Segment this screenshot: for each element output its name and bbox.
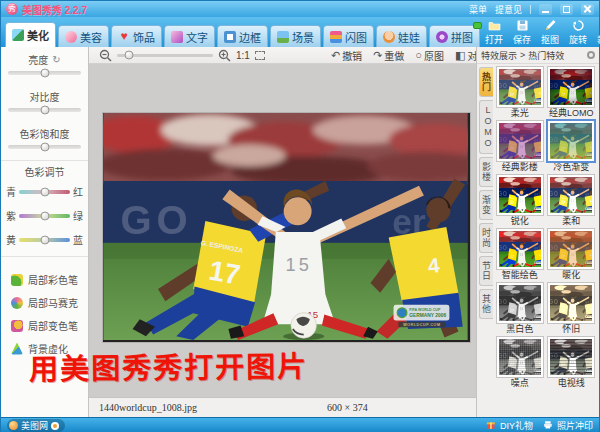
color-slider-handle[interactable] xyxy=(40,235,49,244)
tab-scene[interactable]: 场景 xyxy=(270,25,321,47)
slider-handle[interactable] xyxy=(40,106,49,115)
effect-label: 经典影楼 xyxy=(495,162,545,172)
save-button[interactable]: 保存 xyxy=(508,18,536,47)
printer-link[interactable]: 照片冲印 xyxy=(543,419,593,432)
effect-smart[interactable]: 智能绘色 xyxy=(495,229,545,280)
tab-heart[interactable]: ♥饰品 xyxy=(111,25,162,47)
effect-thumbnail[interactable] xyxy=(548,121,594,161)
zoom-slider-handle[interactable] xyxy=(125,51,134,60)
effect-sepia[interactable]: 怀旧 xyxy=(547,283,597,334)
breadcrumb-root[interactable]: 特效展示 xyxy=(481,49,517,62)
effect-soften[interactable]: 柔和 xyxy=(547,175,597,226)
color-label-left: 紫 xyxy=(6,208,16,223)
redo-button[interactable]: ↷重做 xyxy=(373,48,404,63)
effect-thumbnail[interactable] xyxy=(497,175,543,215)
effect-category-节日[interactable]: 节日 xyxy=(479,256,493,286)
sidebar-tool-label: 局部彩色笔 xyxy=(28,272,78,287)
bottombar-link-label: 照片冲印 xyxy=(557,419,593,432)
effect-thumbnail[interactable] xyxy=(497,229,543,269)
undo-button[interactable]: ↶撤销 xyxy=(331,48,362,63)
mosaic-button[interactable]: 局部马赛克 xyxy=(11,291,88,314)
effect-bw[interactable]: 黑白色 xyxy=(495,283,545,334)
color-label-right: 蓝 xyxy=(73,232,83,247)
feedback-button[interactable]: 提意见 xyxy=(495,3,522,16)
blur-bg-icon xyxy=(11,343,23,355)
blur-bg-button[interactable]: 背景虚化 xyxy=(11,337,88,360)
color-slider-track[interactable] xyxy=(19,238,70,242)
tab-puzzle[interactable]: 拼图 xyxy=(429,25,480,47)
effect-thumbnail[interactable] xyxy=(497,283,543,323)
color-label-left: 青 xyxy=(6,184,16,199)
tab-face[interactable]: 美容 xyxy=(58,25,109,47)
effect-tv[interactable]: 电视线 xyxy=(547,337,597,388)
effect-category-时尚[interactable]: 时尚 xyxy=(479,223,493,253)
color-slider-handle[interactable] xyxy=(40,211,49,220)
tab-beautify[interactable]: 美化 xyxy=(5,22,56,47)
slider-handle[interactable] xyxy=(40,143,49,152)
meitu-xiuxiu-window: 秀 美图秀秀 2.2.7 菜单 提意见 美化美容♥饰品文字边框场景闪图娃娃拼图 … xyxy=(0,0,600,432)
slider-track[interactable] xyxy=(8,145,81,149)
opened-photo[interactable] xyxy=(103,113,470,342)
maximize-button[interactable] xyxy=(560,4,573,15)
slider-group: 亮度↻ xyxy=(1,47,88,84)
slider-track[interactable] xyxy=(8,108,81,112)
effect-thumbnail[interactable] xyxy=(548,229,594,269)
effect-lomo[interactable]: 经典LOMO xyxy=(547,67,597,118)
tab-label: 拼图 xyxy=(451,29,473,45)
effect-thumbnail[interactable] xyxy=(497,121,543,161)
minimize-button[interactable] xyxy=(539,4,552,15)
effect-category-渐变[interactable]: 渐变 xyxy=(479,190,493,220)
gift-link[interactable]: DIY礼物 xyxy=(486,419,533,432)
menu-button[interactable]: 菜单 xyxy=(469,3,487,16)
tab-doll[interactable]: 娃娃 xyxy=(376,25,427,47)
rotate-button[interactable]: 旋转 xyxy=(564,18,592,47)
effect-sharpen[interactable]: 锐化 xyxy=(495,175,545,226)
original-button[interactable]: ○原图 xyxy=(415,48,444,63)
color-slider-handle[interactable] xyxy=(40,187,49,196)
effect-category-影楼[interactable]: 影楼 xyxy=(479,157,493,187)
effect-studio[interactable]: 经典影楼 xyxy=(495,121,545,172)
effect-thumbnail[interactable] xyxy=(497,337,543,377)
open-button[interactable]: 打开 xyxy=(480,18,508,47)
effect-thumbnail[interactable] xyxy=(548,283,594,323)
effect-warm[interactable]: 暖化 xyxy=(547,229,597,280)
color-slider-track[interactable] xyxy=(19,190,70,194)
effects-settings-icon[interactable] xyxy=(587,51,595,59)
zoom-slider[interactable] xyxy=(117,54,213,57)
printer-icon xyxy=(543,420,554,431)
effect-category-LOMO[interactable]: LOMO xyxy=(479,100,493,154)
close-button[interactable] xyxy=(581,4,594,15)
slider-group: 色彩饱和度 xyxy=(1,121,88,158)
cutout-button[interactable]: 抠图 xyxy=(536,18,564,47)
feature-tabs: 美化美容♥饰品文字边框场景闪图娃娃拼图 xyxy=(1,22,480,47)
zoom-in-icon[interactable] xyxy=(218,49,231,62)
effect-thumbnail[interactable] xyxy=(548,67,594,107)
zoom-ratio-button[interactable]: 1:1 xyxy=(236,50,250,61)
effect-cold[interactable]: 冷色渐变 xyxy=(547,121,597,172)
effect-category-热门[interactable]: 热门 xyxy=(479,67,493,97)
tool-label: 抠图 xyxy=(541,33,559,46)
original-icon: ○ xyxy=(415,49,422,61)
recolor-pen-button[interactable]: 局部变色笔 xyxy=(11,314,88,337)
effect-thumbnail[interactable] xyxy=(548,337,594,377)
tab-frame[interactable]: 边框 xyxy=(217,25,268,47)
tab-text[interactable]: 文字 xyxy=(164,25,215,47)
effect-soft[interactable]: 柔光 xyxy=(495,67,545,118)
tab-flash[interactable]: 闪图 xyxy=(323,25,374,47)
fit-screen-icon[interactable] xyxy=(255,51,265,60)
effect-noise[interactable]: 噪点 xyxy=(495,337,545,388)
effects-breadcrumb: 特效展示 > 热门特效 xyxy=(477,47,599,64)
undo-icon: ↶ xyxy=(331,49,340,62)
meitu-site-link[interactable]: 美图网 xyxy=(7,419,65,432)
zoom-out-icon[interactable] xyxy=(99,49,112,62)
crop-button[interactable]: 裁剪 xyxy=(592,18,600,47)
effect-category-其他[interactable]: 其他 xyxy=(479,289,493,319)
color-slider-row: 紫绿 xyxy=(1,208,88,223)
slider-track[interactable] xyxy=(8,71,81,75)
color-pen-button[interactable]: 局部彩色笔 xyxy=(11,268,88,291)
color-slider-track[interactable] xyxy=(19,214,70,218)
effect-thumbnail[interactable] xyxy=(497,67,543,107)
slider-handle[interactable] xyxy=(40,69,49,78)
effect-thumbnail[interactable] xyxy=(548,175,594,215)
reset-icon[interactable]: ↻ xyxy=(52,54,60,65)
